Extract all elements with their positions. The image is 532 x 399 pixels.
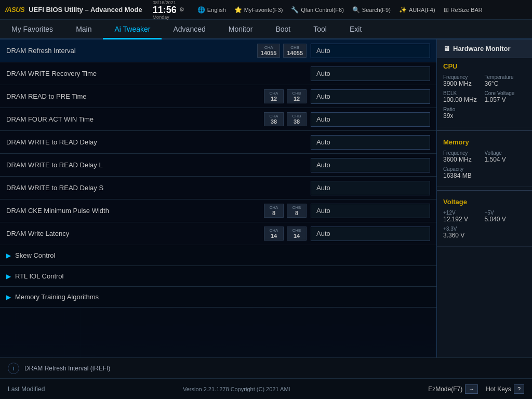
bottom-buttons: EzMode(F7) → Hot Keys ?	[428, 384, 524, 394]
hw-temperature: Temperature 36°C	[485, 74, 526, 87]
section-memory-training[interactable]: ▶ Memory Training Algorithms	[0, 287, 436, 308]
setting-value[interactable]: Auto	[311, 44, 430, 58]
setting-label: DRAM READ to PRE Time	[6, 92, 264, 100]
hw-12v: +12V 12.192 V	[443, 210, 485, 223]
nav-main[interactable]: Main	[64, 20, 103, 39]
nav-exit[interactable]: Exit	[338, 20, 373, 39]
hw-ratio: Ratio 39x	[443, 107, 526, 119]
day-display: Monday	[153, 15, 169, 20]
hw-label: Ratio	[443, 107, 526, 112]
time-area: 11:56 ⚙	[153, 5, 184, 15]
hw-row: BCLK 100.00 MHz Core Voltage 1.057 V	[443, 90, 526, 103]
hw-memory-section: Memory Frequency 3600 MHz Voltage 1.504 …	[437, 134, 532, 187]
hw-cpu-title: CPU	[443, 62, 526, 70]
toolbar-resizebar[interactable]: ⊞ ReSize BAR	[444, 6, 483, 14]
table-row[interactable]: DRAM WRITE to READ Delay L Auto	[0, 154, 436, 177]
setting-label: DRAM WRITE to READ Delay	[6, 138, 257, 146]
hw-label: Frequency	[443, 74, 485, 80]
channel-label: CHA	[270, 228, 278, 233]
nav-advanced[interactable]: Advanced	[162, 20, 217, 39]
hw-value: 3600 MHz	[443, 156, 485, 163]
channel-boxes: CHA 14 CHB 14	[264, 227, 307, 241]
chevron-right-icon: ▶	[6, 294, 11, 301]
hw-label: +12V	[443, 210, 485, 216]
hw-cpu-section: CPU Frequency 3900 MHz Temperature 36°C …	[437, 58, 532, 127]
hw-voltage-title: Voltage	[443, 198, 526, 206]
setting-value[interactable]: Auto	[311, 158, 430, 172]
nav-bar: My Favorites Main Ai Tweaker Advanced Mo…	[0, 20, 532, 39]
hw-voltage-section: Voltage +12V 12.192 V +5V 5.040 V +3.3V …	[437, 194, 532, 247]
hw-divider	[437, 190, 532, 191]
hw-row: +12V 12.192 V +5V 5.040 V	[443, 210, 526, 223]
channel-label: CHA	[270, 114, 278, 118]
time-display: 11:56	[153, 5, 177, 15]
channel-label: CHB	[290, 45, 299, 50]
toolbar-aura[interactable]: ✨ AURA(F4)	[399, 6, 435, 14]
hw-value: 39x	[443, 112, 526, 119]
setting-value[interactable]: Auto	[311, 135, 430, 150]
setting-value[interactable]: Auto	[311, 89, 430, 104]
version-text: Version 2.21.1278 Copyright (C) 2021 AMI	[183, 386, 290, 392]
table-row[interactable]: DRAM Refresh Interval CHA 14055 CHB 1405…	[0, 39, 436, 62]
hw-memory-title: Memory	[443, 138, 526, 146]
hw-bclk: BCLK 100.00 MHz	[443, 90, 485, 103]
table-row[interactable]: DRAM WRITE Recovery Time Auto	[0, 62, 436, 85]
channel-label: CHA	[264, 45, 273, 50]
hotkeys-button[interactable]: Hot Keys ?	[486, 384, 524, 394]
setting-value[interactable]: Auto	[311, 227, 430, 241]
toolbar-language[interactable]: 🌐 English	[197, 6, 226, 14]
table-row[interactable]: DRAM FOUR ACT WIN Time CHA 38 CHB 38 Aut…	[0, 108, 436, 131]
channel-value: 14	[271, 233, 277, 239]
channel-value: 8	[295, 210, 298, 216]
channel-box-cha: CHA 38	[264, 112, 284, 126]
setting-label: DRAM Refresh Interval	[6, 47, 257, 55]
language-label: English	[207, 7, 226, 13]
hw-label: Voltage	[485, 150, 526, 156]
settings-icon[interactable]: ⚙	[179, 6, 184, 13]
channel-boxes: CHA 12 CHB 12	[264, 89, 307, 103]
section-rtl-iol[interactable]: ▶ RTL IOL Control	[0, 266, 436, 287]
hw-value: 36°C	[485, 80, 526, 87]
info-icon: i	[8, 363, 19, 374]
ezmode-arrow-icon: →	[465, 384, 478, 394]
hw-label: Temperature	[485, 74, 526, 80]
setting-value[interactable]: Auto	[311, 181, 430, 195]
nav-boot[interactable]: Boot	[264, 20, 302, 39]
hw-row: +3.3V 3.360 V	[443, 226, 526, 239]
setting-value[interactable]: Auto	[311, 66, 430, 81]
table-row[interactable]: DRAM CKE Minimum Pulse Width CHA 8 CHB 8…	[0, 200, 436, 222]
table-row[interactable]: DRAM Write Latency CHA 14 CHB 14 Auto	[0, 222, 436, 245]
search-label: Search(F9)	[362, 7, 391, 13]
table-row[interactable]: DRAM WRITE to READ Delay S Auto	[0, 177, 436, 200]
hw-core-voltage: Core Voltage 1.057 V	[485, 90, 526, 103]
setting-value[interactable]: Auto	[311, 112, 430, 127]
chevron-right-icon: ▶	[6, 252, 11, 259]
channel-label: CHA	[270, 205, 278, 210]
toolbar-qfan[interactable]: 🔧 Qfan Control(F6)	[291, 6, 344, 14]
bottom-bar: Last Modified Version 2.21.1278 Copyrigh…	[0, 378, 532, 399]
setting-label: DRAM WRITE to READ Delay L	[6, 161, 257, 169]
nav-my-favorites[interactable]: My Favorites	[0, 20, 64, 39]
nav-monitor[interactable]: Monitor	[217, 20, 264, 39]
hw-value: 3.360 V	[443, 232, 526, 239]
resizebar-icon: ⊞	[444, 6, 449, 14]
nav-ai-tweaker[interactable]: Ai Tweaker	[103, 20, 162, 39]
datetime-area: 08/16/2021 11:56 ⚙ Monday	[153, 0, 184, 20]
ezmode-button[interactable]: EzMode(F7) →	[428, 384, 478, 394]
qfan-icon: 🔧	[291, 6, 299, 14]
hw-5v: +5V 5.040 V	[485, 210, 526, 223]
hw-label: +3.3V	[443, 226, 526, 232]
toolbar-search[interactable]: 🔍 Search(F9)	[352, 6, 391, 14]
hw-value: 1.504 V	[485, 156, 526, 163]
hw-mem-capacity: Capacity 16384 MB	[443, 166, 526, 179]
section-skew-control[interactable]: ▶ Skew Control	[0, 245, 436, 266]
aura-label: AURA(F4)	[409, 7, 435, 13]
table-row[interactable]: DRAM WRITE to READ Delay Auto	[0, 131, 436, 154]
toolbar-myfavorite[interactable]: ⭐ MyFavorite(F3)	[234, 6, 283, 14]
channel-label: CHB	[292, 114, 301, 118]
hw-divider	[437, 130, 532, 131]
table-row[interactable]: DRAM READ to PRE Time CHA 12 CHB 12 Auto	[0, 85, 436, 108]
hw-mem-voltage: Voltage 1.504 V	[485, 150, 526, 163]
setting-value[interactable]: Auto	[311, 204, 430, 218]
nav-tool[interactable]: Tool	[302, 20, 338, 39]
